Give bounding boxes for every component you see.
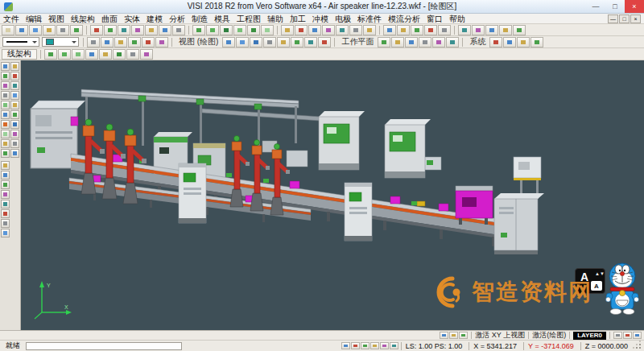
left-toolbar-icon[interactable]	[10, 130, 19, 138]
status-icon[interactable]	[440, 332, 448, 339]
snap-icon[interactable]	[380, 342, 389, 349]
menu-item[interactable]: 模流分析	[385, 14, 423, 24]
toolbar-icon[interactable]	[131, 25, 144, 35]
menu-item[interactable]: 建模	[143, 14, 166, 24]
left-toolbar-icon[interactable]	[1, 161, 10, 170]
menu-item[interactable]: 电极	[332, 14, 354, 24]
left-toolbar-icon[interactable]	[1, 171, 10, 180]
left-toolbar-icon[interactable]	[10, 149, 19, 158]
left-toolbar-icon[interactable]	[1, 180, 10, 189]
toolbar-icon[interactable]	[56, 25, 69, 35]
toolbar-icon[interactable]	[424, 25, 437, 35]
layer-selector[interactable]: LAYER0	[573, 332, 606, 340]
close-button[interactable]: ×	[625, 0, 644, 13]
viewport-3d[interactable]: Y X A ▲▼ A 智造资料网	[21, 60, 644, 330]
toolbar-icon[interactable]	[295, 25, 308, 35]
color-combo[interactable]	[42, 37, 79, 47]
wireframe-tab[interactable]: 线架构	[2, 49, 37, 60]
toolbar-icon[interactable]	[411, 25, 423, 35]
toolbar-icon[interactable]	[291, 37, 303, 47]
left-toolbar-icon[interactable]	[10, 101, 19, 109]
menu-item[interactable]: 加工	[287, 14, 309, 24]
toolbar-icon[interactable]	[87, 37, 100, 47]
left-toolbar-icon[interactable]	[1, 62, 10, 71]
left-toolbar-icon[interactable]	[10, 120, 19, 129]
left-toolbar-icon[interactable]	[10, 91, 19, 100]
toolbar-icon[interactable]	[263, 37, 276, 47]
snap-icon[interactable]	[390, 342, 398, 349]
mdi-minimize-button[interactable]: —	[608, 14, 618, 23]
left-toolbar-icon[interactable]	[1, 81, 10, 90]
left-toolbar-icon[interactable]	[1, 120, 10, 129]
toolbar-icon[interactable]	[517, 37, 530, 47]
toolbar-icon[interactable]	[220, 25, 233, 35]
toolbar-icon[interactable]	[2, 25, 14, 35]
toolbar-icon[interactable]	[397, 25, 410, 35]
left-toolbar-icon[interactable]	[10, 72, 19, 81]
toolbar-icon[interactable]	[145, 25, 158, 35]
left-toolbar-icon[interactable]	[1, 72, 10, 81]
menu-item[interactable]: 文件	[0, 14, 23, 24]
snap-icon[interactable]	[351, 342, 360, 349]
left-toolbar-icon[interactable]	[1, 130, 10, 138]
linetype-combo[interactable]	[2, 37, 39, 47]
snap-icon[interactable]	[341, 342, 350, 349]
minimize-button[interactable]: —	[586, 0, 605, 13]
left-toolbar-icon[interactable]	[10, 62, 19, 71]
command-input[interactable]	[26, 342, 182, 350]
toolbar-icon[interactable]	[405, 37, 418, 47]
menu-item[interactable]: 实体	[121, 14, 143, 24]
toolbar-icon[interactable]	[322, 25, 335, 35]
menu-item[interactable]: 线架构	[68, 14, 98, 24]
toolbar-icon[interactable]	[485, 25, 498, 35]
toolbar-icon[interactable]	[391, 37, 404, 47]
toolbar-icon[interactable]	[458, 25, 471, 35]
toolbar-icon[interactable]	[43, 25, 56, 35]
toolbar-icon[interactable]	[72, 49, 85, 60]
left-toolbar-icon[interactable]	[10, 139, 19, 148]
menu-item[interactable]: 辅助	[264, 14, 287, 24]
toolbar-icon[interactable]	[336, 25, 349, 35]
toolbar-icon[interactable]	[503, 37, 516, 47]
toolbar-icon[interactable]	[513, 25, 526, 35]
toolbar-icon[interactable]	[85, 49, 98, 60]
toolbar-icon[interactable]	[128, 37, 141, 47]
toolbar-icon[interactable]	[446, 37, 459, 47]
left-toolbar-icon[interactable]	[1, 101, 10, 109]
toolbar-icon[interactable]	[233, 25, 246, 35]
status-icon[interactable]	[459, 332, 468, 339]
menu-item[interactable]: 制造	[188, 14, 211, 24]
toolbar-icon[interactable]	[432, 37, 445, 47]
toolbar-icon[interactable]	[192, 25, 205, 35]
toolbar-icon[interactable]	[277, 37, 290, 47]
resize-grip[interactable]	[634, 342, 642, 349]
menu-item[interactable]: 分析	[166, 14, 188, 24]
toolbar-icon[interactable]	[70, 25, 83, 35]
status-icon[interactable]	[623, 332, 632, 339]
menu-item[interactable]: 帮助	[446, 14, 469, 24]
left-toolbar-icon[interactable]	[1, 91, 10, 100]
toolbar-icon[interactable]	[472, 25, 485, 35]
toolbar-icon[interactable]	[308, 25, 321, 35]
menu-item[interactable]: 视图	[45, 14, 68, 24]
maximize-button[interactable]: □	[605, 0, 625, 13]
menu-item[interactable]: 标准件	[354, 14, 385, 24]
toolbar-icon[interactable]	[489, 37, 502, 47]
toolbar-icon[interactable]	[222, 37, 235, 47]
toolbar-icon[interactable]	[29, 25, 42, 35]
status-icon[interactable]	[633, 332, 642, 339]
toolbar-icon[interactable]	[126, 49, 139, 60]
toolbar-icon[interactable]	[349, 25, 362, 35]
menu-item[interactable]: 工程图	[233, 14, 264, 24]
status-icon[interactable]	[613, 332, 622, 339]
left-toolbar-icon[interactable]	[1, 200, 10, 209]
mdi-restore-button[interactable]: □	[619, 14, 630, 23]
toolbar-icon[interactable]	[530, 37, 543, 47]
toolbar-icon[interactable]	[15, 25, 28, 35]
toolbar-icon[interactable]	[140, 49, 153, 60]
toolbar-icon[interactable]	[114, 37, 127, 47]
toolbar-icon[interactable]	[90, 25, 103, 35]
toolbar-icon[interactable]	[113, 49, 126, 60]
toolbar-icon[interactable]	[206, 25, 219, 35]
toolbar-icon[interactable]	[118, 25, 130, 35]
